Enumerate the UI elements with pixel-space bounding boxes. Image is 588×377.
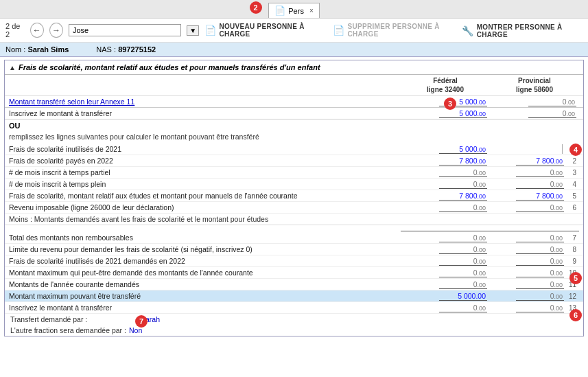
- fraction-row: L'autre fraction sera demandée par : Non: [5, 325, 583, 336]
- person-nom: Nom : Sarah Sims: [5, 45, 69, 54]
- collapse-icon[interactable]: ▲: [9, 64, 16, 71]
- row-num-8: 8: [572, 246, 576, 253]
- transfer-label: Transfert demandé par :: [10, 315, 120, 323]
- tab-label: Pers: [288, 7, 304, 15]
- lower-fed-12: 5 000.00: [401, 292, 490, 301]
- badge-7: 7: [135, 315, 148, 328]
- table-row: Montant transféré selon leur Annexe 11 5…: [5, 96, 583, 108]
- lower-prov-11: 0.00 11: [490, 280, 579, 289]
- detail-fed-1: 5 000.00: [401, 145, 490, 154]
- detail-fed-3: 0.00: [401, 168, 490, 177]
- lower-fed-7: 0.00: [401, 233, 490, 242]
- fed-value-2: 5 000.00: [401, 109, 490, 118]
- nav-next-button[interactable]: →: [49, 23, 63, 38]
- person-name-input[interactable]: [69, 24, 181, 36]
- table-row: Limite du revenu pour demander les frais…: [5, 244, 583, 255]
- detail-prov-5: 7 800.00 5: [490, 192, 579, 201]
- tab-close-button[interactable]: ×: [309, 7, 314, 14]
- table-row: Montant maximum qui peut-être demandé de…: [5, 267, 583, 279]
- lower-prov-8: 0.00 8: [490, 245, 579, 254]
- row-num-12: 12: [569, 293, 576, 300]
- nav-dropdown-button[interactable]: ▼: [187, 25, 199, 36]
- detail-prov-6: 0.00 6: [490, 203, 579, 212]
- or-text: OU: [5, 119, 583, 132]
- nouveau-icon: 📄: [204, 25, 216, 36]
- lower-fed-10: 0.00: [401, 269, 490, 277]
- table-row: Revenu imposable (ligne 26000 de leur dé…: [5, 202, 583, 214]
- row-num-5: 5: [572, 192, 576, 200]
- row-num-7: 7: [572, 234, 576, 242]
- federal-header: Fédéral ligne 32400: [401, 76, 490, 94]
- prov-value-2: 0.00: [490, 109, 579, 118]
- table-row: # de mois inscrit à temps partiel 0.00 0…: [5, 167, 583, 179]
- supprimer-icon: 📄: [333, 25, 344, 36]
- detail-prov-2: 7 800.00 2: [490, 157, 579, 165]
- nas-label: NAS :: [96, 45, 116, 54]
- table-row: Inscrivez le montant à transférer 0.00 0…: [5, 302, 583, 314]
- row-num-9: 9: [572, 258, 576, 265]
- minus-label: Moins : Montants demandés avant les frai…: [5, 214, 583, 225]
- table-row: # de mois inscrit à temps plein 0.00 0.0…: [5, 179, 583, 190]
- tab-bar: 📄 Pers × 2: [0, 0, 588, 19]
- lower-fed-9: 0.00: [401, 257, 490, 266]
- lower-fed-13: 0.00: [401, 304, 490, 312]
- section-header: ▲ Frais de scolarité, montant relatif au…: [5, 60, 583, 75]
- lower-prov-9: 0.00 9: [490, 257, 579, 266]
- lower-prov-12: 0.00 12: [490, 292, 579, 301]
- nav-count: 2 de 2: [5, 22, 25, 38]
- badge-2: 2: [250, 1, 262, 14]
- row-num-3: 3: [572, 169, 576, 176]
- annexe-11-link[interactable]: Montant transféré selon leur Annexe 11: [9, 98, 401, 106]
- detail-fed-4: 0.00: [401, 180, 490, 189]
- section-frais: ▲ Frais de scolarité, montant relatif au…: [4, 60, 584, 336]
- detail-fed-2: 7 800.00: [401, 157, 490, 165]
- nas-value: 897275152: [118, 45, 156, 54]
- transfer-row: Transfert demandé par : Sarah: [5, 314, 583, 325]
- person-bar: Nom : Sarah Sims NAS : 897275152: [0, 43, 588, 57]
- tab-pers[interactable]: 📄 Pers ×: [268, 3, 319, 18]
- provincial-header: Provincial ligne 58600: [490, 76, 579, 94]
- table-row: Montants de l'année courante demandés 0.…: [5, 279, 583, 290]
- tab-doc-icon: 📄: [274, 5, 285, 16]
- detail-fed-6: 0.00: [401, 203, 490, 212]
- lower-prov-10: 0.00 10: [490, 269, 579, 277]
- montrer-label: MONTRER PERSONNE À CHARGE: [477, 23, 583, 38]
- badge-5: 5: [569, 272, 582, 284]
- montrer-icon: 🔧: [462, 25, 473, 36]
- nom-value: Sarah Sims: [27, 45, 69, 54]
- nom-label: Nom :: [5, 45, 25, 54]
- row-num-4: 4: [572, 181, 576, 188]
- section-title: Frais de scolarité, montant relatif aux …: [19, 63, 320, 71]
- table-row: Inscrivez le montant à transférer 5 000.…: [5, 108, 583, 119]
- actions-bar: 📄 NOUVEAU PERSONNE À CHARGE 📄 SUPPRIMER …: [204, 22, 583, 38]
- table-row: Frais de scolarité inutilisés de 2021 de…: [5, 255, 583, 267]
- montrer-btn[interactable]: 🔧 MONTRER PERSONNE À CHARGE: [462, 23, 583, 38]
- nav-prev-button[interactable]: ←: [30, 23, 44, 38]
- lower-fed-11: 0.00: [401, 280, 490, 289]
- table-row: Frais de scolarité inutilisés de 2021 5 …: [5, 144, 583, 155]
- lower-prov-13: 0.00 13: [490, 304, 579, 312]
- table-row: Frais de scolarité, montant relatif aux …: [5, 190, 583, 202]
- row-num-6: 6: [572, 204, 576, 212]
- nouveau-btn[interactable]: 📄 NOUVEAU PERSONNE À CHARGE: [204, 23, 325, 38]
- table-row: Total des montants non remboursables 0.0…: [5, 232, 583, 244]
- person-nas: NAS : 897275152: [96, 45, 156, 54]
- table-row: Montant maximum pouvant être transféré 5…: [5, 290, 583, 302]
- detail-prov-4: 0.00 4: [490, 180, 579, 189]
- detail-prov-1: 1: [490, 144, 579, 154]
- supprimer-btn[interactable]: 📄 SUPPRIMER PERSONNE À CHARGE: [333, 23, 459, 38]
- row-num-2: 2: [572, 157, 576, 165]
- nav-bar: 2 de 2 ← → ▼ 📄 NOUVEAU PERSONNE À CHARGE…: [0, 19, 588, 43]
- or-desc: remplissez les lignes suivantes pour cal…: [5, 132, 583, 144]
- supprimer-label: SUPPRIMER PERSONNE À CHARGE: [348, 23, 460, 38]
- inscrivez-label: Inscrivez le montant à transférer: [9, 109, 401, 117]
- lower-fed-8: 0.00: [401, 245, 490, 254]
- column-headers: Fédéral ligne 32400 Provincial ligne 586…: [5, 75, 583, 96]
- lower-prov-7: 0.00 7: [490, 233, 579, 242]
- fraction-label: L'autre fraction sera demandée par :: [10, 326, 126, 334]
- nouveau-label: NOUVEAU PERSONNE À CHARGE: [219, 23, 325, 38]
- detail-prov-3: 0.00 3: [490, 168, 579, 177]
- prov-value-1: 0.00: [490, 98, 579, 106]
- badge-3: 3: [444, 98, 456, 110]
- badge-6: 6: [569, 309, 582, 321]
